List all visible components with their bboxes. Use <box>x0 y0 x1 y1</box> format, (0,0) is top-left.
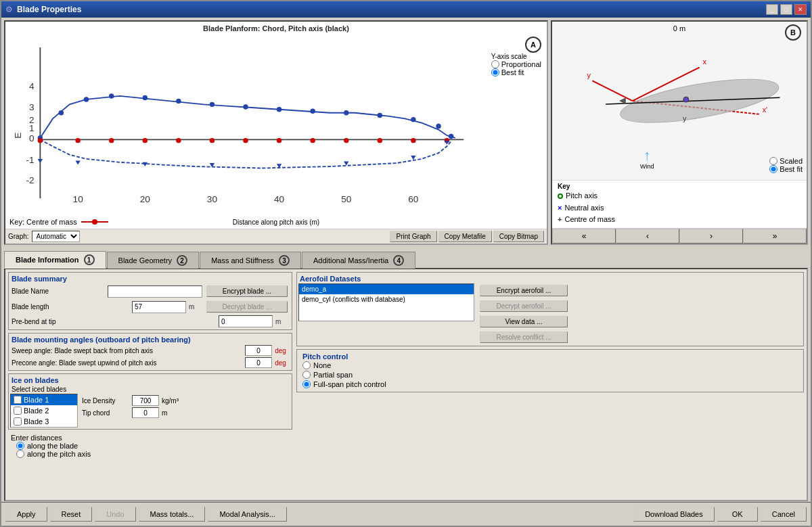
minimize-button[interactable]: _ <box>766 4 778 15</box>
svg-point-24 <box>243 104 248 109</box>
close-button[interactable]: ✕ <box>794 4 807 15</box>
nav-next-button[interactable]: › <box>679 229 743 244</box>
svg-marker-51 <box>411 156 415 160</box>
right-view-options: Scaled Best fit <box>769 157 803 173</box>
encrypt-blade-button[interactable]: Encrypt blade ... <box>206 285 288 297</box>
pitch-partial-label[interactable]: Partial span <box>302 370 798 380</box>
blade-name-input[interactable] <box>108 285 202 298</box>
blade-length-input[interactable] <box>132 301 186 313</box>
pitch-none-radio[interactable] <box>302 361 311 369</box>
apply-button[interactable]: Apply <box>5 507 47 522</box>
pre-bend-input[interactable] <box>219 315 273 327</box>
along-pitch-radio[interactable] <box>16 450 24 458</box>
enter-distances-section: Enter distances along the blade along th… <box>8 432 292 459</box>
svg-text:60: 60 <box>408 194 419 204</box>
encrypt-aerofoil-button[interactable]: Encrypt aerofoil ... <box>480 285 568 296</box>
right-column: Aerofoil Datasets demo_a demo_cyl (confl… <box>296 272 804 497</box>
window-title: Blade Properties <box>17 5 81 14</box>
copy-metafile-button[interactable]: Copy Metafile <box>438 231 492 242</box>
bottom-bar: Apply Reset Undo Mass totals... Modal An… <box>1 501 811 526</box>
blade-name-label: Blade Name <box>12 288 105 295</box>
nav-prev-button[interactable]: ‹ <box>616 229 679 244</box>
tab-blade-information[interactable]: Blade Information 1 <box>4 251 106 269</box>
maximize-button[interactable]: □ <box>780 4 792 15</box>
ice-on-blades-section: Ice on blades Select iced blades Blade 1… <box>8 373 292 430</box>
ok-button[interactable]: OK <box>717 507 758 522</box>
along-blade-label[interactable]: along the blade <box>11 442 290 450</box>
pitch-full-label[interactable]: Full-span pitch control <box>302 380 798 389</box>
3d-nav-buttons: « ‹ › » <box>552 228 807 244</box>
resolve-conflict-button[interactable]: Resolve conflict ... <box>480 331 568 343</box>
tab-mass-stiffness[interactable]: Mass and Stiffness 3 <box>200 252 301 269</box>
proportional-radio-label[interactable]: Proportional <box>491 60 541 68</box>
along-pitch-label[interactable]: along the pitch axis <box>11 450 290 458</box>
label-b: B <box>785 24 801 41</box>
svg-text:-1: -1 <box>26 155 35 165</box>
blade-mounting-section: Blade mounting angles (outboard of pitch… <box>8 333 292 371</box>
mass-totals-button[interactable]: Mass totals... <box>139 507 206 522</box>
blade-3-item[interactable]: Blade 3 <box>11 416 77 427</box>
right-3d-panel: 0 m B x y <box>551 20 808 245</box>
download-blades-button[interactable]: Download Blades <box>633 507 715 522</box>
titlebar-left: ⚙ Blade Properties <box>5 5 81 14</box>
nav-last-button[interactable]: » <box>743 229 807 244</box>
modal-analysis-button[interactable]: Modal Analysis... <box>208 507 287 522</box>
pitch-control-title: Pitch control <box>302 352 798 361</box>
blade-2-item[interactable]: Blade 2 <box>11 405 77 416</box>
bestfit-radio[interactable] <box>491 68 499 76</box>
blade-mounting-title: Blade mounting angles (outboard of pitch… <box>10 335 290 344</box>
svg-point-33 <box>75 138 80 143</box>
reset-button[interactable]: Reset <box>50 507 93 522</box>
scaled-radio[interactable] <box>769 157 777 165</box>
svg-point-28 <box>378 113 382 118</box>
tip-chord-input[interactable] <box>132 407 159 418</box>
tab-blade-geometry[interactable]: Blade Geometry 2 <box>107 252 200 269</box>
svg-point-41 <box>344 138 348 143</box>
tab-number-4: 4 <box>393 255 404 266</box>
precone-angle-input[interactable] <box>245 357 272 368</box>
sweep-angle-unit: deg <box>272 347 289 354</box>
scaled-radio-label[interactable]: Scaled <box>769 157 803 165</box>
aerofoil-item-demo-a[interactable]: demo_a <box>299 284 474 294</box>
aerofoil-item-demo-cyl[interactable]: demo_cyl (conflicts with database) <box>299 294 474 304</box>
aerofoil-list: demo_a demo_cyl (conflicts with database… <box>298 283 474 321</box>
svg-text:y: y <box>587 71 591 79</box>
cancel-button[interactable]: Cancel <box>761 507 807 522</box>
proportional-radio[interactable] <box>491 60 499 68</box>
aerofoil-title: Aerofoil Datasets <box>298 274 802 283</box>
undo-button[interactable]: Undo <box>95 507 135 522</box>
svg-point-25 <box>277 107 281 112</box>
along-blade-radio[interactable] <box>16 442 24 450</box>
tab-number-1: 1 <box>84 254 95 265</box>
decrypt-aerofoil-button[interactable]: Decrypt aerofoil ... <box>480 300 568 312</box>
blade-summary-section: Blade summary Blade Name Encrypt blade .… <box>8 272 292 330</box>
pitch-full-radio[interactable] <box>302 380 311 388</box>
ice-density-input[interactable] <box>132 395 159 406</box>
tip-chord-row: Tip chord m <box>82 407 182 418</box>
blade-2-checkbox[interactable] <box>14 407 22 415</box>
pitch-partial-radio[interactable] <box>302 371 311 379</box>
copy-bitmap-button[interactable]: Copy Bitmap <box>493 231 544 242</box>
blade-1-item[interactable]: Blade 1 <box>11 394 77 405</box>
blade-1-checkbox[interactable] <box>14 396 22 404</box>
pitch-none-label[interactable]: None <box>302 361 798 370</box>
decrypt-blade-button[interactable]: Decrypt blade ... <box>206 301 288 313</box>
y-scale-options: Y-axis scale Proportional Best fit <box>491 53 541 76</box>
key-neutral-axis: × Neutral axis <box>558 202 801 214</box>
graph-select[interactable]: Automatic <box>32 231 80 242</box>
svg-point-30 <box>436 124 441 129</box>
view-data-button[interactable]: View data ... <box>480 316 568 327</box>
3d-blade-svg: x y x' y <box>552 22 807 180</box>
blade-3-checkbox[interactable] <box>14 417 22 426</box>
svg-point-31 <box>449 134 453 139</box>
bestfit-view-radio-label[interactable]: Best fit <box>769 165 803 173</box>
bestfit-view-radio[interactable] <box>769 165 777 173</box>
tab-additional-mass[interactable]: Additional Mass/Inertia 4 <box>302 252 415 269</box>
sweep-angle-input[interactable] <box>245 345 272 356</box>
print-graph-button[interactable]: Print Graph <box>390 231 436 242</box>
graph-label: Graph: <box>8 233 29 240</box>
svg-line-54 <box>592 81 632 101</box>
bestfit-radio-label[interactable]: Best fit <box>491 68 541 76</box>
nav-first-button[interactable]: « <box>552 229 616 244</box>
neutral-axis-icon: × <box>558 202 562 214</box>
